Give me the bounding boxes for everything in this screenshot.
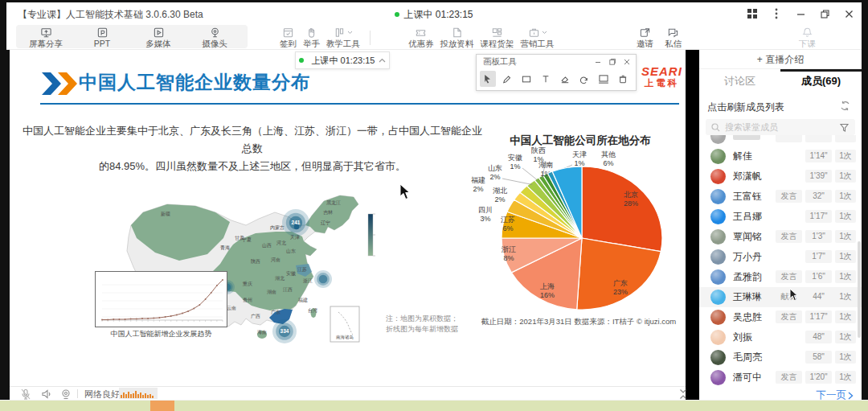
tab-members[interactable]: 成员(69)	[780, 69, 862, 93]
search-input[interactable]: 搜索课堂成员	[706, 119, 855, 135]
toolbar-button-direct-message[interactable]: 私信	[661, 25, 685, 49]
more-menu-button[interactable]	[770, 7, 783, 20]
action-badge: 发言	[776, 270, 802, 283]
toolbar-button-label: 摄像头	[202, 39, 227, 48]
rect-icon	[520, 72, 533, 86]
next-page-link[interactable]: 下一页	[817, 388, 854, 400]
board-tool-trash[interactable]	[615, 71, 631, 87]
pen-icon	[501, 72, 514, 86]
member-row[interactable]: 吴忠胜发言1'17"1次	[699, 307, 862, 327]
microphone-muted-icon[interactable]	[19, 388, 32, 400]
toolbar-button-raise-hand[interactable]: 举手	[300, 25, 323, 49]
end-class-icon	[801, 27, 813, 39]
live-dot	[395, 12, 399, 17]
province-label-黑龙江: 黑龙江	[326, 200, 341, 205]
search-icon	[711, 123, 720, 132]
pie-label-value: 16%	[540, 291, 555, 299]
toolbar-button-coupon[interactable]: 优惠券	[405, 25, 437, 49]
time-badge: 32"	[805, 190, 832, 203]
toolbar-button-media[interactable]: 多媒体	[130, 25, 186, 49]
layout-grid-button[interactable]	[746, 7, 759, 20]
desktop-strip-accent	[150, 401, 174, 411]
board-tool-cursor[interactable]	[480, 71, 496, 87]
toolbar-button-sign-in[interactable]: 签到	[276, 25, 300, 49]
speaker-icon[interactable]	[40, 388, 53, 400]
webcam-icon[interactable]	[59, 388, 72, 400]
close-button[interactable]	[842, 7, 855, 20]
member-row[interactable]: 郑潇帆1'39"1次	[699, 166, 862, 187]
toolbar-button-teaching-tools[interactable]: 教学工具	[323, 25, 363, 49]
board-restore-button[interactable]	[607, 57, 618, 67]
toolbar-button-materials[interactable]: 投放资料	[437, 25, 477, 49]
collapse-pill-icon[interactable]	[379, 58, 386, 63]
member-row[interactable]: 王吕娜1'17"1次	[699, 207, 862, 227]
pie-label-value: 28%	[624, 199, 638, 208]
province-label-福建: 福建	[298, 298, 308, 303]
avatar	[710, 310, 726, 325]
member-row[interactable]: 孟雅韵发言1'6"1次	[699, 267, 862, 287]
count-badge: 1次	[835, 310, 856, 323]
minimize-button[interactable]	[794, 7, 807, 20]
scrollbar[interactable]	[858, 241, 861, 338]
action-badge: 发言	[776, 190, 802, 203]
raise-hand-icon	[305, 27, 317, 39]
member-row[interactable]: 万小丹1'7"1次	[699, 247, 862, 267]
province-label-江西: 江西	[283, 287, 293, 293]
restore-button[interactable]	[818, 7, 831, 20]
toolbar-button-label: 签到	[280, 39, 297, 48]
member-row[interactable]: 覃闻铭发言1'3"1次	[699, 227, 862, 247]
board-tool-text[interactable]	[538, 71, 554, 87]
member-row[interactable]: 解佳1'14"1次	[699, 146, 862, 166]
toolbar-button-ppt[interactable]: PPT	[74, 25, 130, 49]
refresh-row[interactable]: 点击刷新成员列表	[699, 97, 862, 116]
board-close-button[interactable]	[621, 57, 633, 67]
board-minimize-button[interactable]	[592, 57, 604, 67]
board-tool-board[interactable]	[596, 71, 612, 87]
teaching-tools-icon	[334, 27, 346, 39]
time-badge: 48"	[805, 331, 832, 343]
time-badge: 1'20"	[805, 371, 832, 384]
trend-chart-caption: 中国人工智能新增企业发展趋势	[95, 329, 227, 339]
toolbar-button-end-class[interactable]: 下课	[796, 25, 819, 49]
pie-label-name: 广东	[613, 279, 628, 287]
cursor-icon	[481, 72, 494, 86]
toolbar-button-label: 多媒体	[145, 39, 171, 48]
board-tool-pen[interactable]	[499, 71, 515, 87]
member-row[interactable]: 刘振48"1次	[699, 327, 862, 347]
undo-icon	[578, 72, 591, 86]
time-badge: 1'3"	[805, 230, 832, 243]
tab-discussion[interactable]: 讨论区	[699, 69, 780, 93]
member-row[interactable]: 潘可中发言1'20"1次	[699, 368, 862, 388]
province-label-河北: 河北	[276, 240, 286, 246]
action-badge: 发言	[776, 310, 802, 323]
screen-share-icon	[40, 27, 52, 39]
collapse-bar-icon[interactable]	[677, 388, 690, 400]
filter-icon[interactable]	[840, 123, 849, 132]
board-tool-rect[interactable]	[518, 71, 534, 87]
toolbar-button-label: 下课	[799, 39, 816, 48]
toolbar-button-camera[interactable]: 摄像头	[186, 25, 243, 49]
time-badge: 1'7"	[805, 250, 832, 263]
member-row[interactable]: 毛周亮58"1次	[699, 347, 862, 368]
trend-chart-box	[95, 271, 227, 327]
refresh-icon[interactable]	[840, 100, 850, 114]
province-label-甘肃: 甘肃	[235, 236, 244, 240]
time-badge: 1'14"	[805, 150, 832, 162]
toolbar-button-screen-share[interactable]: 屏幕分享	[18, 25, 74, 49]
member-row[interactable]	[699, 135, 862, 146]
toolbar-button-invite[interactable]: 邀请	[633, 25, 657, 49]
avatar	[710, 209, 726, 224]
board-tool-undo[interactable]	[576, 71, 592, 87]
province-label-湖北: 湖北	[275, 275, 285, 282]
toolbar-button-shelf[interactable]: 课程货架	[477, 25, 518, 49]
live-intro-bar[interactable]: + 直播介绍	[699, 50, 862, 69]
member-row[interactable]: 王富钰发言32"1次	[699, 187, 862, 207]
member-row[interactable]: 王琳琳献花44"1次	[699, 287, 862, 307]
pie-label-name: 江苏	[501, 216, 515, 224]
member-name: 潘可中	[733, 368, 762, 388]
count-badge: 1次	[835, 290, 856, 303]
action-badge: 发言	[776, 371, 802, 384]
map-note: 注：地图为累积数据； 折线图为每年新增数据	[386, 314, 458, 335]
board-tool-eraser[interactable]	[557, 71, 573, 87]
toolbar-button-marketing[interactable]: 营销工具	[518, 25, 558, 49]
